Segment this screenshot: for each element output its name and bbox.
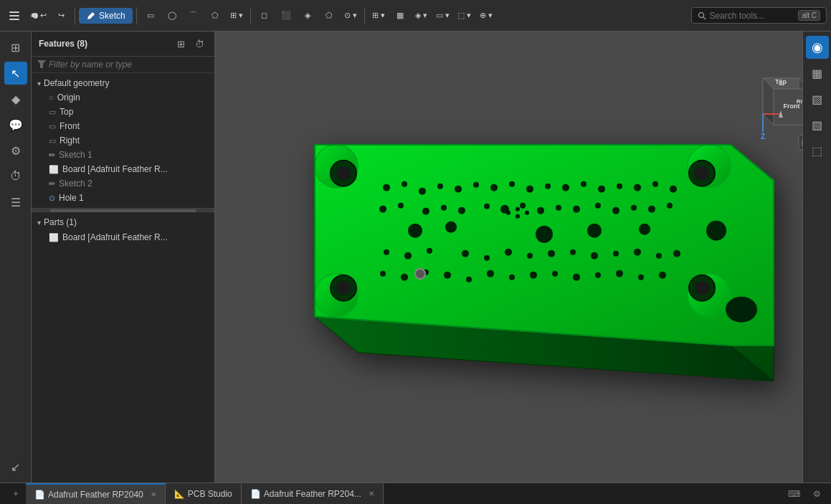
svg-point-83 (595, 272, 601, 277)
3d-solid-btn[interactable]: ◉ (806, 36, 829, 59)
modify-tool-btn[interactable]: ⊙ ▾ (341, 4, 361, 27)
svg-line-4 (703, 16, 706, 19)
add-tab-btn[interactable]: + (6, 484, 26, 504)
tree-item-right[interactable]: ▭ Right (32, 133, 214, 148)
plane-icon-front: ▭ (49, 122, 56, 131)
revolve-tool-btn[interactable]: ◈ (298, 4, 318, 27)
rect-tool-btn[interactable]: ▭ (141, 4, 161, 27)
undo-btn[interactable]: ↩ (26, 4, 49, 27)
default-geometry-label: Default geometry (44, 78, 109, 88)
svg-point-40 (422, 207, 429, 214)
history-icon-btn[interactable]: ⏱ (4, 165, 27, 188)
sep4 (364, 7, 365, 24)
loft-tool-btn[interactable]: ⬠ (319, 4, 339, 27)
tab-close-1[interactable]: ✕ (151, 490, 156, 498)
inspect-btn[interactable]: ⊕ ▾ (476, 4, 496, 27)
svg-point-70 (634, 248, 641, 255)
svg-point-86 (659, 271, 666, 278)
svg-point-48 (573, 205, 580, 212)
settings-status-icon[interactable]: ⚙ (808, 485, 825, 503)
tree-item-sketch2[interactable]: ✏ Sketch 2 (32, 176, 214, 191)
pattern-tool-btn[interactable]: ⊞ ▾ (227, 4, 247, 27)
svg-point-72 (673, 249, 680, 257)
svg-point-60 (404, 252, 412, 259)
export-view-btn[interactable]: ⬚ (806, 139, 829, 162)
parts-item-board[interactable]: ⬜ Board [Adafruit Feather R... (32, 229, 214, 245)
tab-pcb-studio[interactable]: 📐 PCB Studio (166, 483, 242, 505)
feature-timer-btn[interactable]: ⏱ (191, 36, 207, 52)
svg-point-67 (570, 249, 576, 255)
svg-point-57 (587, 223, 602, 237)
tab-adafruit-rp204[interactable]: 📄 Adafruit Feather RP204... ✕ (242, 483, 384, 505)
bottom-icon-btn[interactable]: ↙ (4, 455, 27, 478)
svg-point-39 (398, 202, 404, 208)
parts-board-icon: ⬜ (49, 233, 59, 242)
surface-btn[interactable]: ◈ ▾ (412, 4, 432, 27)
svg-point-58 (639, 223, 650, 234)
sketch-mode-btn[interactable]: Sketch (79, 8, 133, 24)
sheet-btn[interactable]: ▭ ▾ (433, 4, 453, 27)
checklist-icon-btn[interactable]: ☰ (4, 191, 27, 214)
sep3 (250, 7, 251, 24)
poly-tool-btn[interactable]: ⬠ (205, 4, 225, 27)
svg-point-27 (490, 184, 498, 191)
svg-point-24 (437, 183, 443, 189)
tree-item-top[interactable]: ▭ Top (32, 105, 214, 119)
hole1-label: Hole 1 (59, 193, 84, 203)
mesh-btn[interactable]: ⬚ ▾ (455, 4, 475, 27)
svg-point-56 (536, 225, 553, 242)
main-area: ⊞ ↖ ◆ 💬 ⚙ ⏱ ☰ ↙ Features (8) ⊞ ⏱ ▾ (0, 32, 831, 482)
tab-close-3[interactable]: ✕ (369, 490, 374, 498)
parts-header[interactable]: ▾ Parts (1) (32, 215, 214, 229)
top-label: Top (60, 107, 73, 117)
svg-point-64 (505, 248, 512, 255)
sketch2-label: Sketch 2 (59, 179, 92, 189)
parts-chevron-icon: ▾ (37, 219, 41, 227)
menu-btn[interactable] (4, 4, 24, 27)
tree-item-sketch1[interactable]: ✏ Sketch 1 (32, 148, 214, 162)
grid-icon-btn[interactable]: ⊞ (4, 36, 27, 59)
svg-point-92 (516, 206, 520, 211)
circle-tool-btn[interactable]: ◯ (162, 4, 182, 27)
default-geometry-header[interactable]: ▾ Default geometry (32, 76, 214, 90)
tree-item-front[interactable]: ▭ Front (32, 119, 214, 133)
keyboard-shortcut-icon[interactable]: ⌨ (785, 485, 802, 503)
filter-row (32, 57, 214, 73)
svg-point-62 (462, 249, 469, 257)
transform-handle[interactable] (414, 268, 426, 280)
tab-doc-icon-1: 📄 (34, 490, 45, 500)
feature-header-icons: ⊞ ⏱ (173, 36, 207, 52)
extrude-tool-btn[interactable]: ⬛ (276, 4, 296, 27)
tree-item-origin[interactable]: ○ Origin (32, 90, 214, 105)
sketch2-btn[interactable]: ▦ (390, 4, 410, 27)
feature-tree: ▾ Default geometry ○ Origin ▭ Top ▭ Fron… (32, 73, 214, 482)
shape-icon-btn[interactable]: ◆ (4, 87, 27, 110)
box-tool-btn[interactable]: ◻ (255, 4, 275, 27)
tab-adafruit-rp2040[interactable]: 📄 Adafruit Feather RP2040 ✕ (26, 483, 166, 505)
cursor-icon-btn[interactable]: ↖ (4, 62, 27, 85)
arc-tool-btn[interactable]: ⌒ (184, 4, 204, 27)
svg-point-22 (402, 181, 407, 186)
svg-point-63 (484, 255, 490, 260)
feature-add-btn[interactable]: ⊞ (173, 36, 189, 52)
tree-item-hole1[interactable]: ⊙ Hole 1 (32, 191, 214, 205)
component-icon-btn[interactable]: ⚙ (4, 139, 27, 162)
3d-wire-btn[interactable]: ▦ (806, 62, 829, 85)
svg-point-80 (530, 271, 537, 278)
viewport[interactable]: Top Front Right Z X ◉ (215, 32, 831, 482)
svg-point-53 (667, 202, 673, 208)
assemble-btn[interactable]: ⊞ ▾ (369, 4, 389, 27)
svg-point-71 (656, 252, 662, 258)
tree-item-board[interactable]: ⬜ Board [Adafruit Feather R... (32, 162, 214, 176)
redo-btn[interactable]: ↪ (51, 4, 71, 27)
svg-point-23 (419, 187, 426, 194)
search-input[interactable] (709, 11, 795, 21)
render-btn[interactable]: ▨ (806, 113, 829, 136)
tab-label-3: Adafruit Feather RP204... (264, 489, 361, 499)
filter-input[interactable] (49, 60, 209, 70)
svg-point-28 (509, 181, 515, 186)
hidden-line-btn[interactable]: ▧ (806, 87, 829, 110)
comment-icon-btn[interactable]: 💬 (4, 113, 27, 136)
svg-point-54 (408, 223, 422, 237)
svg-point-16 (695, 166, 709, 180)
